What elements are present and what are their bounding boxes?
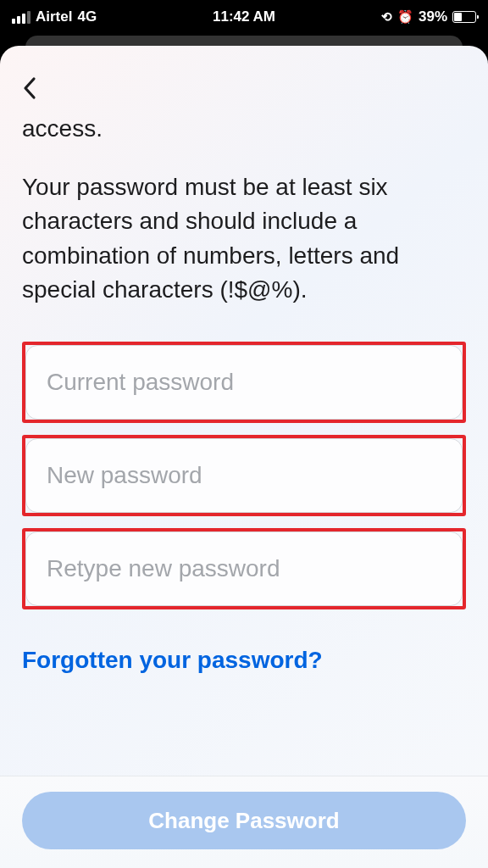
chevron-left-icon [22,76,37,100]
status-left: Airtel 4G [12,8,97,25]
change-password-sheet: access. Your password must be at least s… [0,46,488,868]
status-bar: Airtel 4G 11:42 AM ⟲ ⏰ 39% [0,0,488,34]
rotation-lock-icon: ⟲ [381,9,392,25]
new-password-input[interactable] [25,438,463,513]
network-label: 4G [77,8,97,25]
new-password-highlight [22,435,466,516]
desc-intro: access. [22,112,466,147]
battery-icon [452,11,476,23]
footer-bar: Change Password [0,776,488,868]
change-password-button[interactable]: Change Password [22,792,466,849]
current-password-highlight [22,342,466,423]
retype-password-input[interactable] [25,531,463,606]
signal-icon [12,11,30,24]
battery-percent: 39% [419,8,447,25]
current-password-input[interactable] [25,345,463,420]
back-button[interactable] [22,71,56,105]
forgot-password-link[interactable]: Forgotten your password? [22,647,466,674]
retype-password-highlight [22,528,466,609]
carrier-label: Airtel [36,8,72,25]
status-right: ⟲ ⏰ 39% [381,8,476,25]
desc-requirements: Your password must be at least six chara… [22,170,466,308]
password-description: access. Your password must be at least s… [22,112,466,308]
alarm-icon: ⏰ [397,9,413,25]
clock: 11:42 AM [213,8,275,25]
